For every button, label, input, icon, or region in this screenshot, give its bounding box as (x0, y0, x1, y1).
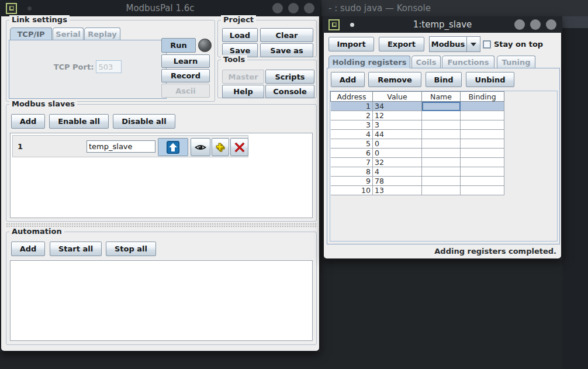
cell-value[interactable]: 34 (373, 102, 422, 111)
table-row[interactable]: 60 (331, 149, 504, 158)
table-row[interactable]: 33 (331, 120, 504, 130)
table-row[interactable]: 444 (331, 130, 504, 139)
column-header-address[interactable]: Address (331, 92, 373, 102)
cell-binding[interactable] (461, 177, 504, 186)
tab-tuning[interactable]: Tuning (497, 56, 535, 68)
tab-replay[interactable]: Replay (84, 27, 120, 40)
cell-binding[interactable] (461, 111, 504, 120)
cell-value[interactable]: 12 (373, 111, 422, 120)
cell-name[interactable] (422, 177, 461, 186)
cell-value[interactable]: 44 (373, 130, 422, 139)
cell-name[interactable] (422, 102, 461, 111)
cell-name[interactable] (422, 130, 461, 139)
protocol-combobox[interactable]: Modbus (429, 36, 480, 52)
cell-address[interactable]: 4 (331, 130, 373, 139)
console-button[interactable]: Console (265, 85, 314, 98)
chevron-down-icon[interactable] (466, 36, 480, 52)
column-header-value[interactable]: Value (373, 92, 422, 102)
modbuspal-titlebar[interactable]: ModbusPal 1.6c (0, 0, 320, 16)
close-button[interactable] (304, 3, 314, 13)
cell-name[interactable] (422, 111, 461, 120)
remove-register-button[interactable]: Remove (368, 72, 421, 87)
cell-address[interactable]: 2 (331, 111, 373, 120)
close-button[interactable] (546, 19, 556, 30)
cell-address[interactable]: 5 (331, 139, 373, 149)
minimize-button[interactable] (272, 3, 283, 13)
table-row[interactable]: 134 (331, 102, 504, 111)
cell-binding[interactable] (461, 149, 504, 158)
konsole-titlebar[interactable]: - : sudo java — Konsole (321, 0, 588, 16)
unbind-button[interactable]: Unbind (466, 72, 514, 87)
stop-all-button[interactable]: Stop all (106, 242, 156, 256)
add-register-button[interactable]: Add (331, 72, 365, 87)
cell-value[interactable]: 13 (373, 186, 422, 195)
cell-binding[interactable] (461, 102, 504, 111)
table-row[interactable]: 732 (331, 158, 504, 167)
cell-binding[interactable] (461, 186, 504, 195)
help-button[interactable]: Help (222, 85, 264, 98)
scripts-button[interactable]: Scripts (265, 70, 314, 84)
cell-value[interactable]: 3 (373, 120, 422, 130)
minimize-button[interactable] (514, 19, 525, 30)
table-row[interactable]: 84 (331, 167, 504, 177)
cell-binding[interactable] (461, 167, 504, 177)
table-row[interactable]: 1013 (331, 186, 504, 195)
clear-button[interactable]: Clear (260, 28, 313, 42)
cell-binding[interactable] (461, 139, 504, 149)
slave-row[interactable]: 1 (12, 135, 248, 157)
window-menu-icon[interactable] (6, 3, 17, 14)
slave-delete-button[interactable] (230, 138, 248, 156)
slave-duplicate-button[interactable] (212, 138, 229, 156)
cell-binding[interactable] (461, 158, 504, 167)
record-button[interactable]: Record (161, 69, 210, 82)
cell-address[interactable]: 1 (331, 102, 373, 111)
cell-address[interactable]: 10 (331, 186, 373, 195)
cell-address[interactable]: 6 (331, 149, 373, 158)
table-row[interactable]: 50 (331, 139, 504, 149)
column-header-binding[interactable]: Binding (461, 92, 504, 102)
slave-view-button[interactable] (191, 138, 210, 156)
cell-value[interactable]: 0 (373, 139, 422, 149)
cell-name[interactable] (422, 158, 461, 167)
tab-tcpip[interactable]: TCP/IP (10, 27, 52, 40)
tab-serial[interactable]: Serial (53, 27, 84, 40)
tab-functions[interactable]: Functions (442, 56, 494, 68)
start-all-button[interactable]: Start all (50, 242, 102, 256)
cell-value[interactable]: 0 (373, 149, 422, 158)
load-button[interactable]: Load (222, 28, 258, 42)
cell-address[interactable]: 3 (331, 120, 373, 130)
add-automation-button[interactable]: Add (11, 242, 45, 256)
bind-button[interactable]: Bind (426, 72, 462, 87)
maximize-button[interactable] (288, 3, 299, 13)
slave-enable-toggle[interactable] (158, 138, 188, 156)
export-button[interactable]: Export (379, 37, 424, 51)
enable-all-button[interactable]: Enable all (49, 114, 109, 129)
table-row[interactable]: 212 (331, 111, 504, 120)
run-button[interactable]: Run (161, 38, 196, 53)
table-row[interactable]: 978 (331, 177, 504, 186)
tcp-port-input[interactable] (96, 60, 122, 73)
add-slave-button[interactable]: Add (11, 114, 45, 129)
disable-all-button[interactable]: Disable all (113, 114, 175, 129)
learn-button[interactable]: Learn (161, 54, 210, 68)
cell-address[interactable]: 9 (331, 177, 373, 186)
cell-value[interactable]: 4 (373, 167, 422, 177)
cell-name[interactable] (422, 139, 461, 149)
cell-name[interactable] (422, 120, 461, 130)
cell-name[interactable] (422, 149, 461, 158)
window-menu-icon[interactable] (328, 19, 340, 30)
cell-binding[interactable] (461, 120, 504, 130)
tab-coils[interactable]: Coils (411, 56, 441, 68)
window-pin-icon[interactable] (27, 6, 32, 11)
stay-on-top-checkbox[interactable] (483, 40, 491, 49)
cell-name[interactable] (422, 186, 461, 195)
import-button[interactable]: Import (328, 37, 374, 51)
maximize-button[interactable] (530, 19, 541, 30)
save-as-button[interactable]: Save as (260, 43, 313, 57)
tab-holding-registers[interactable]: Holding registers (328, 56, 410, 68)
temp-slave-titlebar[interactable]: 1:temp_slave (323, 16, 562, 33)
slave-name-input[interactable] (87, 140, 155, 153)
cell-value[interactable]: 32 (373, 158, 422, 167)
cell-address[interactable]: 8 (331, 167, 373, 177)
cell-address[interactable]: 7 (331, 158, 373, 167)
